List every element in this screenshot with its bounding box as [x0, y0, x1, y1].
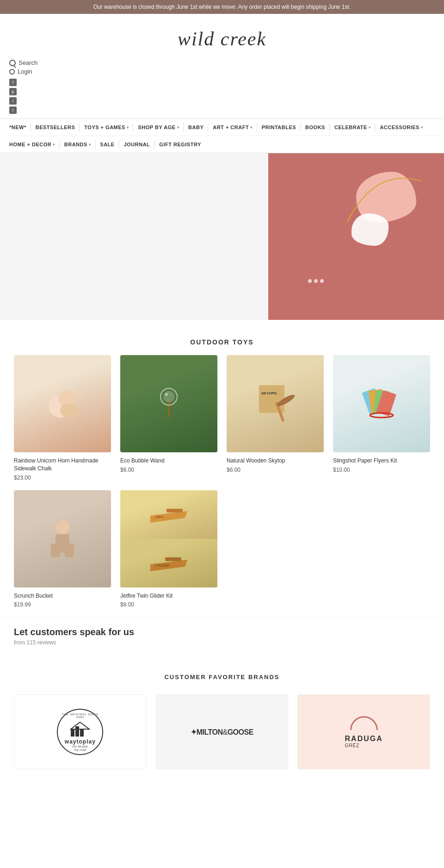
- nav-item-accessories[interactable]: ACCESSORIES ▾: [375, 119, 427, 136]
- svg-point-16: [56, 520, 69, 534]
- search-button[interactable]: Search: [9, 59, 37, 66]
- nav-label: CELEBRATE: [334, 125, 367, 130]
- nav-label: GIFT REGISTRY: [159, 142, 201, 147]
- product-price: $6.00: [227, 467, 324, 473]
- search-icon: [9, 60, 16, 66]
- brands-grid: THE ORIGINAL SINCE 1985 waytoplay the fl…: [14, 694, 430, 769]
- chevron-down-icon: ▾: [250, 125, 253, 130]
- site-logo[interactable]: wild creek: [9, 28, 435, 50]
- product-grid-empty-2: [333, 490, 430, 608]
- nav-item-sale[interactable]: SALE: [95, 136, 119, 153]
- svg-point-5: [163, 391, 174, 402]
- nav-item-journal[interactable]: JOURNAL: [119, 136, 155, 153]
- reviews-section: Let customers speak for us from 115 revi…: [0, 617, 444, 655]
- nav-item-printables[interactable]: PRINTABLES: [257, 119, 301, 136]
- nav-label: JOURNAL: [124, 142, 150, 147]
- hero-curve-decoration: [338, 162, 430, 232]
- nav-item-books[interactable]: BOOKS: [301, 119, 330, 136]
- nav-item-toys-games[interactable]: TOYS + GAMES ▾: [80, 119, 133, 136]
- nav-label: PRINTABLES: [262, 125, 296, 130]
- svg-rect-19: [65, 543, 74, 557]
- product-name: Natural Wooden Skytop: [227, 457, 324, 465]
- nav-label: ART + CRAFT: [213, 125, 249, 130]
- svg-rect-24: [165, 557, 181, 561]
- svg-text:Jetfire: Jetfire: [155, 515, 164, 518]
- product-name: Rainbow Unicorn Horn Handmade Sidewalk C…: [14, 457, 111, 473]
- chevron-down-icon: ▾: [127, 125, 129, 130]
- product-image-flyers: [333, 355, 430, 452]
- milton-text: ✦MILTON&GOOSE: [191, 728, 253, 737]
- login-label: Login: [18, 68, 32, 75]
- chevron-down-icon: ▾: [177, 125, 179, 130]
- waytoplay-logo: THE ORIGINAL SINCE 1985 waytoplay the fl…: [57, 709, 103, 755]
- brand-card-waytoplay[interactable]: THE ORIGINAL SINCE 1985 waytoplay the fl…: [14, 694, 147, 769]
- product-price: $6.00: [120, 467, 217, 473]
- waytoplay-tagline: the flexibletoy road: [73, 745, 88, 751]
- hero-banner: [0, 153, 444, 320]
- product-card-bubble[interactable]: Eco Bubble Wand $6.00: [120, 355, 217, 481]
- utility-nav: Search Login f p i t: [0, 55, 444, 119]
- reviews-subtitle: from 115 reviews: [14, 639, 430, 646]
- nav-item-new[interactable]: *NEW*: [5, 119, 31, 136]
- nav-item-home-decor[interactable]: HOME + DECOR ▾: [5, 136, 60, 153]
- product-card-flyers[interactable]: Slingshot Paper Flyers Kit $10.00: [333, 355, 430, 481]
- product-name: Jetfire Twin Glider Kit: [120, 592, 217, 600]
- facebook-icon[interactable]: f: [9, 79, 17, 86]
- product-image-bucket: [14, 490, 111, 587]
- brand-card-milton[interactable]: ✦MILTON&GOOSE: [156, 694, 289, 769]
- chevron-down-icon: ▾: [53, 143, 55, 147]
- announcement-bar: Our warehouse is closed through June 1st…: [0, 0, 444, 14]
- brand-card-raduga[interactable]: RADUGA GRЁZ: [297, 694, 430, 769]
- waytoplay-tagline-top: THE ORIGINAL SINCE 1985: [58, 713, 102, 718]
- svg-rect-26: [71, 729, 74, 737]
- nav-label: *NEW*: [9, 125, 26, 130]
- nav-item-baby[interactable]: BABY: [184, 119, 208, 136]
- waytoplay-brand-name: waytoplay: [65, 738, 96, 745]
- search-label: Search: [18, 59, 37, 66]
- product-grid-row-2: Scrunch Bucket $19.99 Jetfire: [0, 490, 444, 608]
- main-nav: *NEW* BESTSELLERS TOYS + GAMES ▾ SHOP BY…: [0, 119, 444, 153]
- user-icon: [9, 69, 15, 75]
- svg-rect-27: [75, 726, 79, 737]
- nav-item-brands[interactable]: BRANDS ▾: [60, 136, 96, 153]
- nav-label: TOYS + GAMES: [84, 125, 125, 130]
- product-grid-empty-1: [227, 490, 324, 608]
- brands-section: CUSTOMER FAVORITE BRANDS THE ORIGINAL SI…: [0, 655, 444, 788]
- main-nav-row-2: HOME + DECOR ▾ BRANDS ▾ SALE JOURNAL GIF…: [5, 136, 439, 153]
- nav-label: BABY: [188, 125, 204, 130]
- instagram-icon[interactable]: i: [9, 97, 17, 105]
- milton-logo: ✦MILTON&GOOSE: [191, 728, 253, 737]
- hero-dots: [308, 279, 324, 283]
- nav-item-gift-registry[interactable]: GIFT REGISTRY: [154, 136, 205, 153]
- product-image-glider: Jetfire 2 GLIDER: [120, 490, 217, 587]
- svg-rect-7: [259, 385, 284, 413]
- nav-item-shop-by-age[interactable]: SHOP BY AGE ▾: [133, 119, 184, 136]
- svg-point-15: [370, 413, 393, 418]
- login-button[interactable]: Login: [9, 68, 37, 75]
- nav-item-art-craft[interactable]: ART + CRAFT ▾: [208, 119, 257, 136]
- product-card-glider[interactable]: Jetfire 2 GLIDER Jetfire Twin Glider Kit…: [120, 490, 217, 608]
- nav-label: BESTSELLERS: [36, 125, 75, 130]
- chevron-down-icon: ▾: [421, 125, 423, 130]
- nav-item-celebrate[interactable]: CELEBRATE ▾: [330, 119, 375, 136]
- product-name: Scrunch Bucket: [14, 592, 111, 600]
- main-nav-row-1: *NEW* BESTSELLERS TOYS + GAMES ▾ SHOP BY…: [5, 119, 439, 136]
- svg-rect-28: [80, 729, 84, 737]
- pinterest-icon[interactable]: p: [9, 88, 17, 95]
- product-price: $23.00: [14, 475, 111, 481]
- product-card-skytop[interactable]: SKYOPS Natural Wooden Skytop $6.00: [227, 355, 324, 481]
- nav-label: BRANDS: [64, 142, 87, 147]
- announcement-text: Our warehouse is closed through June 1st…: [93, 4, 351, 10]
- nav-label: HOME + DECOR: [9, 142, 51, 147]
- chevron-down-icon: ▾: [89, 143, 91, 147]
- product-card-unicorn[interactable]: Rainbow Unicorn Horn Handmade Sidewalk C…: [14, 355, 111, 481]
- svg-text:SKYOPS: SKYOPS: [261, 391, 277, 395]
- twitter-icon[interactable]: t: [9, 106, 17, 114]
- product-name: Eco Bubble Wand: [120, 457, 217, 465]
- product-image-unicorn: [14, 355, 111, 452]
- product-price: $10.00: [333, 467, 430, 473]
- nav-item-bestsellers[interactable]: BESTSELLERS: [31, 119, 80, 136]
- outdoor-section-title: OUTDOOR TOYS: [0, 338, 444, 346]
- raduga-brand-name: RADUGA: [345, 735, 383, 743]
- product-card-bucket[interactable]: Scrunch Bucket $19.99: [14, 490, 111, 608]
